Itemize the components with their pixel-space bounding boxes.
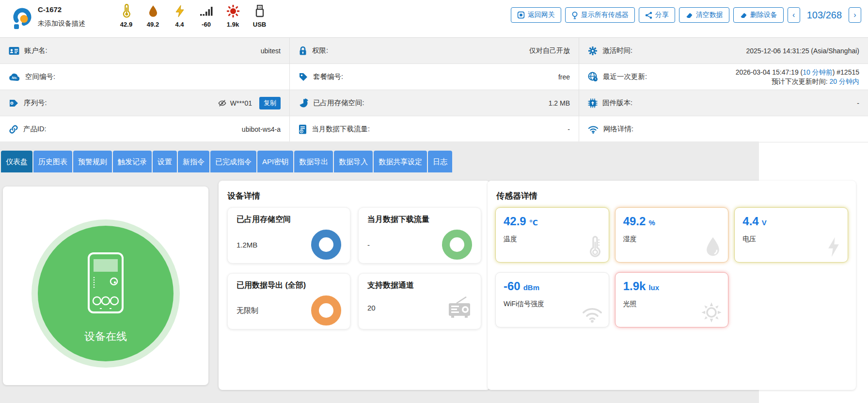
topbar: C-1672 未添加设备描述 42.9 49.2 4.4 bbox=[0, 0, 868, 37]
radio-device-icon bbox=[447, 295, 472, 320]
tab-history-charts[interactable]: 历史图表 bbox=[33, 151, 72, 172]
stat-value: 1.9k bbox=[227, 21, 239, 28]
droplet-icon bbox=[704, 236, 722, 258]
device-illustration-icon bbox=[88, 252, 124, 313]
stat-humidity[interactable]: 49.2 bbox=[142, 3, 164, 28]
sun-icon bbox=[226, 3, 240, 19]
share-button[interactable]: 分享 bbox=[639, 7, 675, 23]
tab-data-import[interactable]: 数据导入 bbox=[334, 151, 373, 172]
stat-voltage[interactable]: 4.4 bbox=[169, 3, 190, 28]
tab-data-export[interactable]: 数据导出 bbox=[294, 151, 333, 172]
activation-label: 激活时间: bbox=[602, 46, 632, 55]
sensor-details-title: 传感器详情 bbox=[488, 181, 856, 207]
sun-icon bbox=[701, 302, 722, 323]
tab-new-command[interactable]: 新指令 bbox=[178, 151, 209, 172]
tab-alert-rules[interactable]: 预警规则 bbox=[73, 151, 112, 172]
tab-api-key[interactable]: API密钥 bbox=[257, 151, 293, 172]
info-cell-product-id: 产品ID: ubibot-ws4-a bbox=[0, 116, 289, 142]
account-value: ubitest bbox=[261, 47, 281, 55]
stat-value: -60 bbox=[202, 21, 211, 28]
cloud-no-icon: No. bbox=[9, 73, 20, 81]
device-page-indicator: 103/268 bbox=[807, 10, 842, 21]
product-id-label: 产品ID: bbox=[23, 124, 47, 134]
permission-value: 仅对自己开放 bbox=[529, 46, 570, 55]
delete-device-button[interactable]: 删除设备 bbox=[733, 7, 784, 23]
storage-used-card: 已占用存储空间 1.2MB bbox=[227, 207, 350, 264]
info-cell-last-update: 最近一次更新: 2026-03-04 15:47:19 (10 分钟前) #12… bbox=[579, 64, 868, 90]
sensor-value: 49.2 bbox=[623, 215, 646, 228]
back-to-gateway-button[interactable]: 返回网关 bbox=[511, 7, 561, 23]
stat-light[interactable]: 1.9k bbox=[222, 3, 244, 28]
subcard-value: 无限制 bbox=[237, 306, 258, 315]
space-id-label: 空间编号: bbox=[25, 72, 55, 81]
sensor-unit: V bbox=[762, 218, 767, 227]
thermometer-icon bbox=[120, 3, 133, 19]
eye-slash-icon[interactable] bbox=[218, 99, 227, 107]
prev-device-button[interactable]: ‹ bbox=[788, 7, 800, 23]
clear-data-button[interactable]: 清空数据 bbox=[679, 7, 729, 23]
data-export-used-card: 已用数据导出 (全部) 无限制 bbox=[227, 273, 350, 329]
gateway-icon bbox=[517, 11, 525, 19]
permission-label: 权限: bbox=[312, 46, 328, 55]
serial-value-wrap: W***01 复制 bbox=[218, 97, 281, 109]
button-label: 删除设备 bbox=[750, 11, 777, 19]
download-label: 当月数据下载流量: bbox=[312, 124, 370, 134]
tab-completed-commands[interactable]: 已完成指令 bbox=[210, 151, 256, 172]
show-all-sensors-button[interactable]: 显示所有传感器 bbox=[565, 7, 635, 23]
sensor-unit: lux bbox=[648, 283, 659, 292]
next-update-label: 预计下次更新时间: bbox=[772, 78, 830, 85]
subcard-value: 1.2MB bbox=[237, 241, 257, 249]
info-cell-activation: 激活时间: 2025-12-06 14:31:25 (Asia/Shanghai… bbox=[579, 38, 868, 64]
ubibot-logo-icon[interactable] bbox=[11, 7, 34, 30]
quick-stats: 42.9 49.2 4.4 -60 bbox=[115, 3, 270, 28]
product-id-value: ubibot-ws4-a bbox=[242, 125, 281, 133]
usb-icon bbox=[254, 3, 265, 19]
next-device-button[interactable]: › bbox=[849, 7, 861, 23]
signal-bars-icon bbox=[200, 3, 213, 19]
svg-text:No.: No. bbox=[12, 76, 17, 79]
update-ago-link[interactable]: 10 分钟前 bbox=[803, 68, 832, 76]
network-label: 网络详情: bbox=[603, 124, 633, 134]
stat-value: 42.9 bbox=[120, 21, 132, 28]
topbar-actions: 返回网关 显示所有传感器 分享 清空数据 删除设备 ‹ 103/268 › bbox=[511, 7, 861, 23]
stat-wifi-signal[interactable]: -60 bbox=[195, 3, 217, 28]
plan-value: free bbox=[558, 73, 570, 81]
sensor-tile-voltage[interactable]: 4.4V 电压 bbox=[734, 207, 848, 263]
sensor-tile-light[interactable]: 1.9klux 光照 bbox=[615, 272, 729, 327]
droplet-icon bbox=[147, 3, 159, 19]
sensor-tile-temperature[interactable]: 42.9℃ 温度 bbox=[495, 207, 609, 263]
update-seq: ) #12515 bbox=[833, 68, 859, 76]
online-circle: 设备在线 bbox=[38, 226, 174, 361]
sensor-label: 温度 bbox=[504, 235, 601, 244]
copy-serial-button[interactable]: 复制 bbox=[259, 97, 281, 109]
tab-data-sharing[interactable]: 数据共享设定 bbox=[374, 151, 427, 172]
device-identity: C-1672 未添加设备描述 bbox=[38, 4, 85, 28]
info-cell-storage: 已占用存储空间: 1.2 MB bbox=[289, 90, 579, 116]
link-icon bbox=[9, 124, 18, 134]
device-details-grid: 已占用存储空间 1.2MB 当月数据下载流量 - 已用数据导出 (全部) bbox=[219, 207, 490, 329]
device-details-title: 设备详情 bbox=[219, 181, 490, 207]
button-label: 显示所有传感器 bbox=[581, 11, 629, 19]
wifi-icon bbox=[588, 125, 599, 134]
tab-bar: 仪表盘 历史图表 预警规则 触发记录 设置 新指令 已完成指令 API密钥 数据… bbox=[0, 141, 759, 172]
tab-settings[interactable]: 设置 bbox=[153, 151, 177, 172]
bulb-icon bbox=[571, 11, 578, 19]
sensor-tile-wifi-signal[interactable]: -60dBm WiFi信号强度 bbox=[495, 272, 609, 327]
donut-blue-icon bbox=[311, 230, 341, 260]
eraser-icon bbox=[740, 12, 747, 19]
sensor-tile-humidity[interactable]: 49.2% 湿度 bbox=[615, 207, 729, 263]
file-download-icon bbox=[299, 124, 307, 134]
info-cell-serial: 序列号: W***01 复制 bbox=[0, 90, 289, 116]
tab-logs[interactable]: 日志 bbox=[428, 151, 452, 172]
sensor-value: -60 bbox=[504, 279, 521, 293]
stat-temperature[interactable]: 42.9 bbox=[115, 3, 137, 28]
stat-usb[interactable]: USB bbox=[249, 3, 270, 28]
tab-trigger-log[interactable]: 触发记录 bbox=[113, 151, 152, 172]
tab-dashboard[interactable]: 仪表盘 bbox=[1, 151, 32, 172]
donut-orange-icon bbox=[311, 295, 341, 326]
dashboard-panel: 仪表盘 历史图表 预警规则 触发记录 设置 新指令 已完成指令 API密钥 数据… bbox=[0, 141, 759, 403]
subcard-title: 当月数据下载流量 bbox=[367, 215, 472, 225]
update-time: 2026-03-04 15:47:19 ( bbox=[736, 68, 803, 76]
chip-icon bbox=[588, 98, 598, 108]
subcard-title: 支持数据通道 bbox=[367, 280, 472, 291]
